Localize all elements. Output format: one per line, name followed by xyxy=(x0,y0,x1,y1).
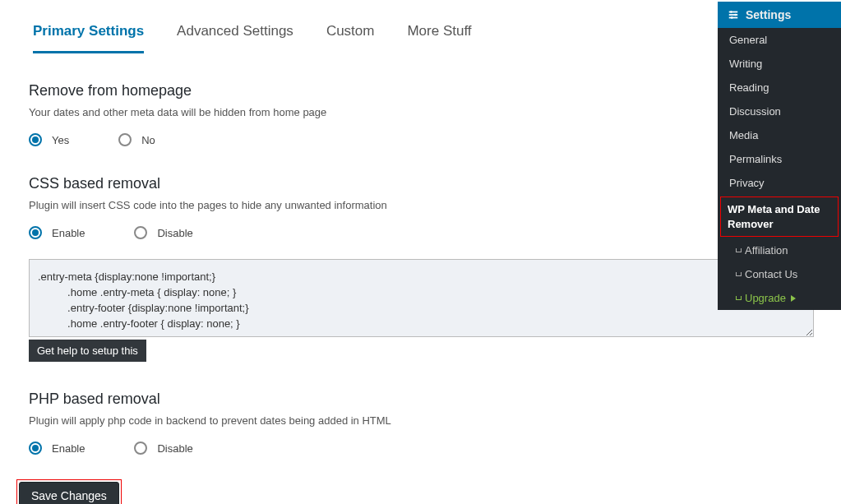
tab-advanced-settings[interactable]: Advanced Settings xyxy=(177,16,293,53)
radio-icon xyxy=(29,226,42,239)
upgrade-arrow-icon xyxy=(791,295,796,302)
sidebar-sub-label: Affiliation xyxy=(745,244,788,257)
section-desc: Plugin will apply php code in backend to… xyxy=(29,414,715,427)
css-code-textarea[interactable] xyxy=(29,259,814,337)
svg-point-4 xyxy=(734,14,737,16)
settings-icon xyxy=(728,9,739,21)
radio-icon xyxy=(134,226,147,239)
radio-icon xyxy=(134,442,147,455)
svg-point-3 xyxy=(730,11,732,13)
sidebar-item-permalinks[interactable]: Permalinks xyxy=(718,147,841,171)
submenu-arrow-icon xyxy=(736,248,742,252)
sidebar-item-reading[interactable]: Reading xyxy=(718,76,841,99)
radio-icon xyxy=(118,133,132,146)
radio-icon xyxy=(29,442,42,455)
sidebar-item-upgrade[interactable]: Upgrade xyxy=(718,286,841,310)
radio-icon xyxy=(29,133,42,146)
radio-label: No xyxy=(141,134,155,146)
section-desc: Plugin will insert CSS code into the pag… xyxy=(29,199,715,211)
section-title: CSS based removal xyxy=(29,175,715,192)
save-changes-button[interactable]: Save Changes xyxy=(19,482,119,504)
sidebar-header-label: Settings xyxy=(746,8,791,21)
tab-primary-settings[interactable]: Primary Settings xyxy=(33,16,144,53)
settings-tabs: Primary Settings Advanced Settings Custo… xyxy=(16,16,715,53)
submenu-arrow-icon xyxy=(736,272,742,276)
radio-label: Yes xyxy=(52,134,69,146)
sidebar-sub-label: Upgrade xyxy=(745,292,786,304)
radio-label: Disable xyxy=(157,227,192,239)
sidebar-item-discussion[interactable]: Discussion xyxy=(718,99,841,123)
section-title: PHP based removal xyxy=(29,391,715,408)
sidebar-item-affiliation[interactable]: Affiliation xyxy=(718,238,841,262)
section-desc: Your dates and other meta data will be h… xyxy=(29,106,715,118)
radio-php-enable[interactable]: Enable xyxy=(29,442,85,455)
sidebar-item-general[interactable]: General xyxy=(718,28,841,52)
submenu-arrow-icon xyxy=(736,296,742,300)
radio-label: Disable xyxy=(157,442,192,455)
tab-custom[interactable]: Custom xyxy=(326,16,375,53)
radio-css-enable[interactable]: Enable xyxy=(29,226,85,239)
section-css-removal: CSS based removal Plugin will insert CSS… xyxy=(16,175,715,362)
radio-homepage-yes[interactable]: Yes xyxy=(29,133,69,146)
sidebar-header-settings[interactable]: Settings xyxy=(718,2,841,28)
svg-rect-2 xyxy=(729,17,738,19)
help-setup-button[interactable]: Get help to setup this xyxy=(29,340,146,362)
radio-label: Enable xyxy=(52,227,85,239)
radio-homepage-no[interactable]: No xyxy=(118,133,155,146)
section-title: Remove from homepage xyxy=(29,82,715,99)
radio-label: Enable xyxy=(52,442,85,455)
radio-css-disable[interactable]: Disable xyxy=(134,226,192,239)
radio-php-disable[interactable]: Disable xyxy=(134,442,192,455)
sidebar-sub-label: Contact Us xyxy=(745,268,797,280)
admin-sidebar: Settings General Writing Reading Discuss… xyxy=(718,2,841,310)
section-remove-homepage: Remove from homepage Your dates and othe… xyxy=(16,82,715,146)
sidebar-item-privacy[interactable]: Privacy xyxy=(718,171,841,195)
tab-more-stuff[interactable]: More Stuff xyxy=(407,16,471,53)
sidebar-item-writing[interactable]: Writing xyxy=(718,52,841,76)
sidebar-item-media[interactable]: Media xyxy=(718,123,841,147)
save-highlight: Save Changes xyxy=(16,479,122,504)
section-php-removal: PHP based removal Plugin will apply php … xyxy=(16,391,715,455)
svg-point-5 xyxy=(731,16,733,19)
sidebar-item-wp-meta-date-remover[interactable]: WP Meta and Date Remover xyxy=(720,197,839,237)
sidebar-item-contact[interactable]: Contact Us xyxy=(718,262,841,286)
